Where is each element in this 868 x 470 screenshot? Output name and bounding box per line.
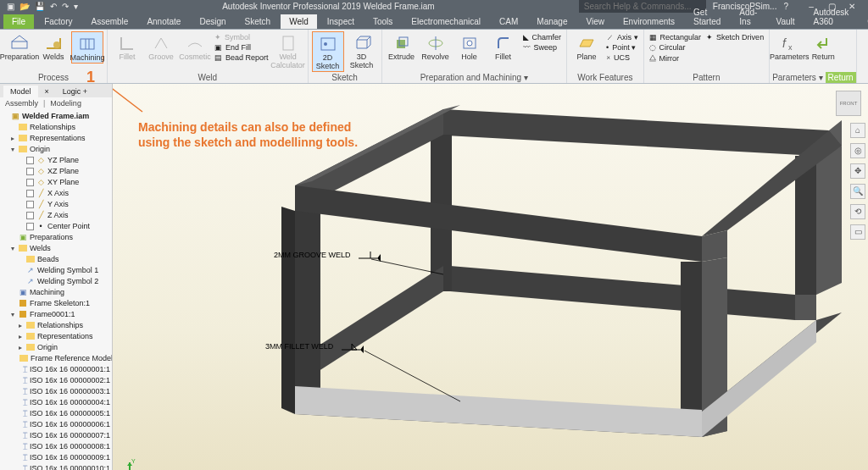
tree-node[interactable]: ╱X Axis [2, 188, 112, 199]
tree-node[interactable]: Frame Reference Model [2, 353, 112, 364]
lookat-icon[interactable]: ▭ [850, 224, 865, 240]
browser-sub-assembly[interactable]: Assembly [5, 99, 38, 108]
hole-button[interactable]: Hole [453, 31, 486, 62]
tree-node[interactable]: ⌶ISO 16x 16 00000002:1 [2, 375, 112, 386]
navigation-bar: ⌂ ◎ ✥ 🔍 ⟲ ▭ [850, 123, 865, 240]
wheel-icon[interactable]: ◎ [850, 143, 865, 158]
tree-node[interactable]: ⌶ISO 16x 16 00000009:1 [2, 452, 112, 463]
tree-node[interactable]: ↗Welding Symbol 2 [2, 276, 112, 287]
tree-node[interactable]: ⌶ISO 16x 16 00000006:1 [2, 419, 112, 430]
tree-node[interactable]: ▣Preparations [2, 232, 112, 243]
tree-node[interactable]: •Center Point [2, 221, 112, 232]
svg-point-5 [324, 42, 327, 46]
bead-report-button[interactable]: ▤ Bead Report [214, 53, 269, 62]
tab-vault[interactable]: Vault [767, 14, 803, 29]
tree-node[interactable]: ⌶ISO 16x 16 00000005:1 [2, 408, 112, 419]
chamfer-button[interactable]: ◣ Chamfer [523, 33, 562, 41]
revolve-button[interactable]: Revolve [420, 31, 452, 62]
browser-sub-modeling[interactable]: Modeling [50, 99, 81, 108]
save-icon[interactable]: 💾 [35, 2, 45, 11]
return-button[interactable]: Return [807, 31, 839, 62]
redo-icon[interactable]: ↷ [62, 2, 69, 11]
tree-node[interactable]: ▾Frame0001:1 [2, 309, 112, 320]
tree-node[interactable]: ╱Y Axis [2, 199, 112, 210]
tab-addins[interactable]: Add-Ins [731, 5, 765, 29]
panel-title-prep[interactable]: Preparation and Machining ▾ [382, 72, 567, 83]
tab-collaborate[interactable]: Collaborate [859, 14, 868, 29]
machining-button[interactable]: Machining [71, 31, 103, 64]
tab-tools[interactable]: Tools [364, 14, 401, 29]
model-tree[interactable]: ▣Welded Frame.iamRelationships▸Represent… [0, 109, 112, 470]
tree-node[interactable]: ▸Representations [2, 331, 112, 342]
sketch-driven-button[interactable]: ✦ Sketch Driven [706, 33, 764, 41]
tree-node[interactable]: ◇YZ Plane [2, 155, 112, 166]
browser-tab-logic[interactable]: Logic + [56, 86, 94, 97]
qa-more-icon[interactable]: ▾ [74, 2, 78, 11]
home-icon[interactable]: ⌂ [850, 123, 865, 138]
pan-icon[interactable]: ✥ [850, 163, 865, 179]
sweep-button[interactable]: 〰 Sweep [523, 43, 562, 52]
tree-node[interactable]: ▣Machining [2, 287, 112, 298]
orbit-icon[interactable]: ⟲ [850, 204, 865, 219]
tab-environments[interactable]: Environments [615, 14, 683, 29]
tree-node[interactable]: ⌶ISO 16x 16 00000004:1 [2, 397, 112, 408]
welds-button[interactable]: Welds [37, 31, 70, 62]
undo-icon[interactable]: ↶ [50, 2, 57, 11]
tree-node[interactable]: ▸Representations [2, 133, 112, 144]
tab-sketch[interactable]: Sketch [236, 14, 280, 29]
tree-node[interactable]: ◇XY Plane [2, 177, 112, 188]
tree-node[interactable]: ╱Z Axis [2, 210, 112, 221]
tree-node[interactable]: ⌶ISO 16x 16 00000001:1 [2, 364, 112, 375]
mirror-button[interactable]: ⧋ Mirror [649, 53, 702, 63]
tab-factory[interactable]: Factory [36, 14, 81, 29]
tree-node[interactable]: ⌶ISO 16x 16 00000008:1 [2, 441, 112, 452]
fillet-button[interactable]: Fillet [487, 31, 520, 62]
tree-node[interactable]: ▾Welds [2, 243, 112, 254]
tree-node[interactable]: Beads [2, 254, 112, 265]
tree-node[interactable]: ↗Welding Symbol 1 [2, 265, 112, 276]
ucs-button[interactable]: 𐄂 UCS [606, 53, 638, 62]
2d-sketch-button[interactable]: 2D Sketch [312, 31, 344, 72]
zoom-icon[interactable]: 🔍 [850, 184, 865, 199]
rectangular-button[interactable]: ▦ Rectangular [649, 33, 702, 41]
point-button[interactable]: • Point ▾ [606, 43, 638, 52]
browser-tab-model[interactable]: Model [3, 86, 38, 97]
tree-node[interactable]: ▣Welded Frame.iam [2, 111, 112, 122]
tab-design[interactable]: Design [191, 14, 234, 29]
tree-node[interactable]: Relationships [2, 122, 112, 133]
viewport[interactable]: Machining details can also be defined us… [113, 84, 868, 470]
open-icon[interactable]: 📂 [19, 2, 30, 11]
tab-electromechanical[interactable]: Electromechanical [403, 14, 489, 29]
tree-node[interactable]: ⌶ISO 16x 16 00000003:1 [2, 386, 112, 397]
tab-getstarted[interactable]: Get Started [685, 5, 729, 29]
tree-node[interactable]: ⌶ISO 16x 16 00000007:1 [2, 430, 112, 441]
plane-button[interactable]: Plane [570, 31, 603, 62]
parameters-button[interactable]: fxParameters [773, 31, 805, 62]
tree-node[interactable]: ⌶ISO 16x 16 00000010:1 [2, 463, 112, 470]
tree-node[interactable]: ◇XZ Plane [2, 166, 112, 177]
tree-node[interactable]: ▾Origin [2, 144, 112, 155]
tab-view[interactable]: View [577, 14, 613, 29]
tab-file[interactable]: File [3, 14, 34, 29]
panel-return-label[interactable]: Return [826, 72, 856, 83]
tree-node[interactable]: ▸Relationships [2, 320, 112, 331]
tree-node[interactable]: Frame Skeleton:1 [2, 298, 112, 309]
tab-annotate[interactable]: Annotate [138, 14, 189, 29]
axis-button[interactable]: ⟋ Axis ▾ [606, 33, 638, 41]
tab-manage[interactable]: Manage [528, 14, 576, 29]
end-fill-button[interactable]: ▣ End Fill [214, 43, 269, 52]
viewcube[interactable]: FRONT [836, 91, 861, 116]
tab-cam[interactable]: CAM [491, 14, 526, 29]
tab-weld[interactable]: Weld [281, 14, 317, 29]
circular-button[interactable]: ◌ Circular [649, 43, 702, 52]
extrude-button[interactable]: Extrude [386, 31, 418, 62]
help-icon[interactable]: ? [783, 2, 788, 11]
panel-title-param[interactable]: Parameters ▾ [770, 72, 825, 83]
preparation-button[interactable]: Preparation [3, 31, 36, 62]
tab-inspect[interactable]: Inspect [319, 14, 363, 29]
app-icon: ▣ [7, 2, 14, 11]
tab-a360[interactable]: Autodesk A360 [805, 5, 858, 29]
3d-sketch-button[interactable]: 3D Sketch [346, 31, 378, 70]
tab-assemble[interactable]: Assemble [82, 14, 136, 29]
tree-node[interactable]: ▸Origin [2, 342, 112, 353]
